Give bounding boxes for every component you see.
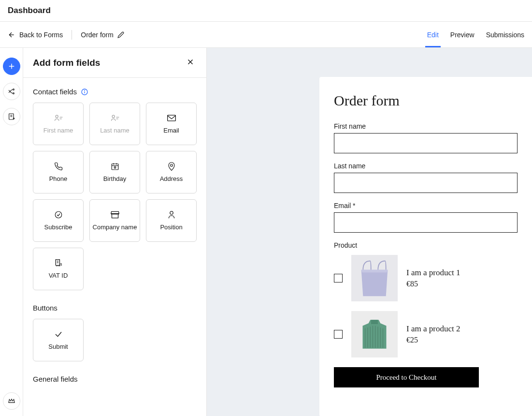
divider: [72, 30, 72, 40]
panel-scroll-area[interactable]: Contact fields First name Last name Emai…: [23, 78, 206, 416]
form-canvas: Order form First name Last name Email * …: [207, 48, 532, 416]
first-name-label: First name: [334, 122, 518, 130]
checkout-button[interactable]: Proceed to Checkout: [334, 367, 479, 387]
arrow-left-icon: [8, 31, 15, 39]
section-buttons: Buttons: [33, 304, 197, 312]
product-item-2: I am a product 2 €25: [334, 311, 518, 357]
tab-preview[interactable]: Preview: [450, 22, 474, 47]
product-image-2: [351, 311, 398, 357]
check-icon: [54, 331, 63, 338]
add-fields-panel: Add form fields Contact fields First nam…: [23, 48, 207, 416]
pin-icon: [167, 162, 176, 171]
tabs: Edit Preview Submissions: [427, 22, 524, 47]
field-label: Subscribe: [44, 223, 72, 231]
field-label: Position: [160, 223, 182, 231]
field-label: VAT ID: [49, 272, 68, 280]
panel-title: Add form fields: [33, 58, 100, 68]
email-input[interactable]: [334, 212, 518, 233]
product-label: Product: [334, 241, 518, 249]
svg-point-15: [56, 115, 58, 118]
svg-point-29: [170, 211, 173, 214]
svg-text:$: $: [60, 262, 62, 267]
tab-submissions[interactable]: Submissions: [486, 22, 524, 47]
phone-icon: [54, 162, 63, 171]
tote-bag-icon: [357, 258, 392, 298]
field-birthday[interactable]: Birthday: [89, 151, 140, 193]
upgrade-button[interactable]: [3, 392, 20, 410]
form-preview: Order form First name Last name Email * …: [319, 77, 532, 416]
form-icon: [8, 113, 15, 120]
product-checkbox-2[interactable]: [334, 330, 343, 339]
field-label: Last name: [100, 127, 129, 134]
svg-point-18: [112, 115, 115, 118]
field-company[interactable]: Company name: [89, 199, 140, 242]
product-item-1: I am a product 1 €85: [334, 255, 518, 301]
field-label: Submit: [48, 343, 68, 351]
calendar-icon: [111, 162, 119, 171]
form-name-display[interactable]: Order form: [81, 31, 124, 39]
product-name: I am a product 2: [406, 324, 460, 334]
svg-point-27: [170, 164, 173, 167]
first-name-input[interactable]: [334, 133, 518, 153]
last-name-input[interactable]: [334, 173, 518, 193]
page-title: Dashboard: [0, 0, 532, 22]
section-general-fields: General fields: [33, 375, 197, 383]
field-phone[interactable]: Phone: [33, 151, 84, 193]
person-icon: [168, 210, 175, 219]
svg-point-28: [55, 211, 62, 218]
field-label: Company name: [93, 223, 137, 231]
conditions-button[interactable]: [3, 83, 20, 100]
back-to-forms-link[interactable]: Back to Forms: [8, 31, 63, 39]
branch-icon: [8, 88, 15, 95]
back-label: Back to Forms: [19, 31, 63, 39]
pencil-icon: [117, 31, 124, 38]
section-label: Buttons: [33, 304, 58, 312]
product-checkbox-1[interactable]: [334, 274, 343, 282]
close-panel-button[interactable]: [184, 56, 197, 70]
field-address[interactable]: Address: [146, 151, 197, 193]
person-text-icon: [110, 114, 120, 122]
field-vat[interactable]: $ VAT ID: [33, 248, 84, 290]
form-title: Order form: [334, 92, 518, 109]
product-price: €85: [406, 280, 460, 288]
form-settings-button[interactable]: [3, 108, 20, 125]
field-label: Birthday: [103, 175, 127, 183]
last-name-label: Last name: [334, 162, 518, 170]
product-image-1: [351, 255, 398, 301]
section-contact-fields: Contact fields: [33, 88, 197, 96]
svg-point-3: [13, 89, 14, 90]
field-position[interactable]: Position: [146, 199, 197, 242]
section-label: Contact fields: [33, 88, 77, 96]
form-name-text: Order form: [81, 31, 114, 39]
left-rail: [0, 48, 23, 416]
svg-rect-26: [114, 167, 115, 168]
field-last-name[interactable]: Last name: [89, 103, 140, 145]
info-icon[interactable]: [81, 88, 88, 96]
svg-point-4: [13, 93, 14, 94]
check-circle-icon: [54, 210, 63, 219]
field-submit[interactable]: Submit: [33, 319, 84, 361]
sub-header: Back to Forms Order form Edit Preview Su…: [0, 22, 532, 48]
receipt-money-icon: $: [54, 259, 63, 267]
email-label: Email *: [334, 202, 518, 209]
field-subscribe[interactable]: Subscribe: [33, 199, 84, 242]
field-label: Email: [163, 127, 179, 134]
field-label: Phone: [49, 175, 68, 183]
sweater-icon: [358, 316, 391, 352]
mail-icon: [167, 114, 176, 122]
close-icon: [186, 58, 195, 66]
section-label: General fields: [33, 375, 78, 383]
field-email[interactable]: Email: [146, 103, 197, 145]
field-label: Address: [160, 175, 183, 183]
product-name: I am a product 1: [406, 268, 460, 278]
svg-point-14: [85, 90, 85, 91]
storefront-icon: [110, 210, 120, 219]
crown-icon: [8, 397, 15, 405]
field-label: First name: [43, 127, 73, 134]
tab-edit[interactable]: Edit: [427, 22, 439, 47]
product-price: €25: [406, 336, 460, 344]
field-first-name[interactable]: First name: [33, 103, 84, 145]
add-button[interactable]: [3, 58, 20, 75]
plus-icon: [7, 62, 16, 71]
person-text-icon: [54, 114, 63, 122]
